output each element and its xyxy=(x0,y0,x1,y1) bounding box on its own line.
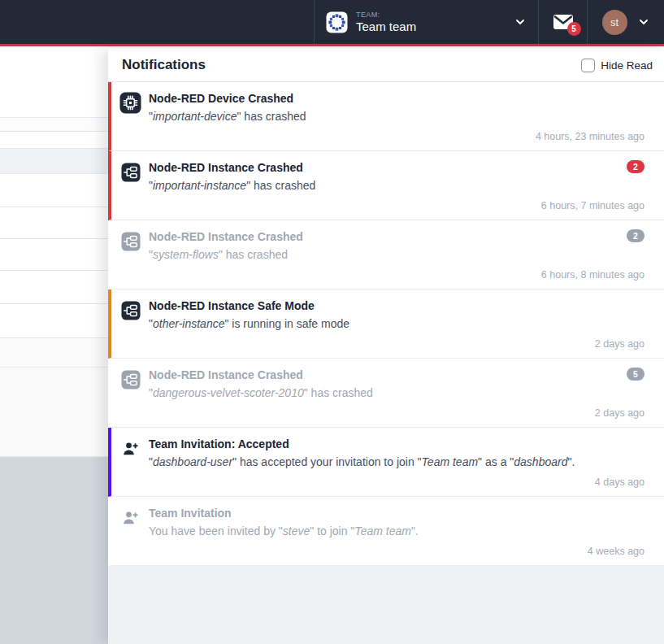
notification-title: Team Invitation xyxy=(149,506,637,521)
instance-icon xyxy=(119,368,141,401)
notification-item[interactable]: Team Invitation You have been invited by… xyxy=(108,497,664,566)
notification-timestamp: 4 weeks ago xyxy=(149,545,644,558)
instance-icon xyxy=(119,160,141,194)
notification-message: "dangerous-velvet-scoter-2010" has crash… xyxy=(149,385,619,401)
notification-message: "system-flows" has crashed xyxy=(149,247,619,263)
notification-item[interactable]: Team Invitation: Accepted "dashboard-use… xyxy=(108,428,664,497)
notification-message: "important-instance" has crashed xyxy=(149,178,619,194)
notification-timestamp: 6 hours, 8 minutes ago xyxy=(149,268,644,281)
hide-read-label: Hide Read xyxy=(601,59,653,72)
team-selector[interactable]: TEAM: Team team xyxy=(314,0,538,44)
team-label: TEAM: xyxy=(356,11,506,19)
notification-body: Node-RED Instance Safe Mode "other-insta… xyxy=(149,298,637,332)
user-add-icon xyxy=(119,506,141,539)
notifications-header: Notifications Hide Read xyxy=(108,49,664,82)
notification-title: Node-RED Device Crashed xyxy=(149,91,637,107)
unread-count-badge: 5 xyxy=(567,22,581,36)
notifications-inbox-button[interactable]: 5 xyxy=(538,0,587,44)
notification-message: "dashboard-user" has accepted your invit… xyxy=(149,455,637,470)
top-navbar: TEAM: Team team 5 st xyxy=(0,0,664,46)
notification-message: You have been invited by "steve" to join… xyxy=(149,524,637,539)
notification-timestamp: 4 days ago xyxy=(149,476,644,489)
notification-timestamp: 2 days ago xyxy=(149,337,644,350)
notification-timestamp: 6 hours, 7 minutes ago xyxy=(149,199,644,212)
user-menu-button[interactable]: st xyxy=(587,0,664,44)
notification-body: Node-RED Instance Crashed "dangerous-vel… xyxy=(149,368,619,401)
notification-title: Node-RED Instance Crashed xyxy=(149,368,619,383)
notifications-panel: Notifications Hide Read Node-RED Device … xyxy=(108,49,664,644)
navbar-spacer xyxy=(0,0,314,44)
notification-list: Node-RED Device Crashed "important-devic… xyxy=(108,82,664,566)
notification-item[interactable]: Node-RED Instance Safe Mode "other-insta… xyxy=(108,289,664,359)
team-name: Team team xyxy=(356,20,506,33)
instance-icon xyxy=(119,229,141,263)
hide-read-toggle[interactable]: Hide Read xyxy=(581,59,653,72)
notification-title: Node-RED Instance Crashed xyxy=(149,229,619,245)
notification-body: Team Invitation You have been invited by… xyxy=(149,506,637,539)
notification-count-badge: 2 xyxy=(627,229,644,242)
chevron-down-icon xyxy=(514,15,527,28)
notification-message: "important-device" has crashed xyxy=(149,109,637,124)
notification-timestamp: 4 hours, 23 minutes ago xyxy=(149,130,644,143)
notification-body: Team Invitation: Accepted "dashboard-use… xyxy=(149,437,637,470)
hide-read-checkbox[interactable] xyxy=(581,59,595,72)
notification-message: "other-instance" is running in safe mode xyxy=(149,316,637,332)
app-window: TEAM: Team team 5 st No xyxy=(0,0,664,644)
notification-item[interactable]: Node-RED Instance Crashed "dangerous-vel… xyxy=(108,359,664,428)
notification-body: Node-RED Device Crashed "important-devic… xyxy=(149,91,637,124)
chevron-down-icon xyxy=(637,15,650,28)
team-meta: TEAM: Team team xyxy=(356,11,506,33)
notification-item[interactable]: Node-RED Instance Crashed "system-flows"… xyxy=(108,220,664,289)
notification-body: Node-RED Instance Crashed "system-flows"… xyxy=(149,229,619,263)
panel-empty-area xyxy=(108,566,664,644)
device-icon xyxy=(119,91,141,124)
notification-title: Node-RED Instance Crashed xyxy=(149,160,619,176)
panel-title: Notifications xyxy=(122,57,581,73)
notification-title: Team Invitation: Accepted xyxy=(149,437,637,452)
user-avatar: st xyxy=(602,10,627,35)
instance-icon xyxy=(119,298,141,332)
team-avatar-icon xyxy=(326,11,348,33)
notification-item[interactable]: Node-RED Instance Crashed "important-ins… xyxy=(108,151,664,220)
notification-title: Node-RED Instance Safe Mode xyxy=(149,298,637,314)
notification-count-badge: 5 xyxy=(627,368,644,381)
user-add-icon xyxy=(119,437,141,470)
notification-timestamp: 2 days ago xyxy=(149,407,644,420)
notification-count-badge: 2 xyxy=(627,160,644,173)
notification-item[interactable]: Node-RED Device Crashed "important-devic… xyxy=(108,82,664,151)
notification-body: Node-RED Instance Crashed "important-ins… xyxy=(149,160,619,194)
